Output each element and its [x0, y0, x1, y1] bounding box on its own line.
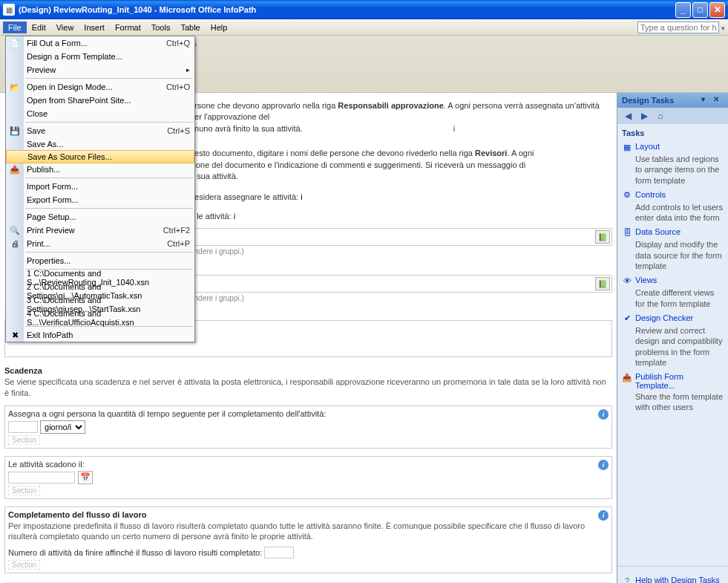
- menu-bar: File Edit View Insert Format Tools Table…: [0, 19, 728, 36]
- taskpane-close-icon[interactable]: ✕: [713, 95, 724, 105]
- publish-desc: Share the form template with other users: [635, 391, 724, 413]
- menu-tools[interactable]: Tools: [146, 22, 176, 33]
- design-checker-link[interactable]: ✔ Design Checker: [622, 313, 724, 324]
- info-icon: i: [598, 460, 609, 470]
- completion-heading: Completamento del flusso di lavoro: [8, 510, 609, 519]
- address-book-button[interactable]: 📗: [595, 277, 610, 290]
- layout-link[interactable]: ▦ Layout: [622, 142, 724, 152]
- menu-print-preview[interactable]: 🔍 Print PreviewCtrl+F2: [6, 224, 194, 237]
- info-icon: i: [598, 409, 609, 420]
- back-icon[interactable]: ◀: [622, 110, 634, 122]
- exit-icon: ✖: [9, 329, 21, 341]
- controls-link[interactable]: ⚙ Controls: [622, 190, 724, 201]
- address-book-button[interactable]: 📗: [595, 230, 610, 244]
- people-input-2[interactable]: [192, 279, 595, 288]
- menu-design-template[interactable]: Design a Form Template...: [6, 50, 194, 63]
- menu-properties[interactable]: Properties...: [6, 254, 194, 267]
- scadenza-desc: Se viene specificata una scadenza e nel …: [4, 377, 612, 398]
- taskpane-header: Design Tasks ▾ ✕: [617, 93, 728, 108]
- controls-icon: ⚙: [622, 190, 632, 201]
- datasource-link[interactable]: 🗄 Data Source: [622, 227, 724, 238]
- section-marker: Section: [8, 435, 40, 445]
- expire-date-input[interactable]: [8, 472, 75, 483]
- print-preview-icon: 🔍: [9, 224, 21, 236]
- datasource-desc: Display and modify the data source for t…: [635, 239, 724, 271]
- info-icon: i: [301, 192, 302, 201]
- views-desc: Create different views for the form temp…: [635, 287, 724, 309]
- form-icon: 📄: [9, 37, 21, 49]
- design-tasks-pane: Design Tasks ▾ ✕ ◀ ▶ ⌂ Tasks ▦ Layout Us…: [617, 93, 728, 583]
- time-section: i Assegna a ogni persona la quantità di …: [4, 406, 612, 449]
- help-link[interactable]: ? Help with Design Tasks: [622, 576, 724, 583]
- menu-save[interactable]: 💾 SaveCtrl+S: [6, 124, 194, 137]
- window-title: (Design) ReviewRouting_Init_1040 - Micro…: [19, 5, 675, 14]
- menu-open-sharepoint[interactable]: Open from SharePoint Site...: [6, 94, 194, 107]
- title-bar: ▦ (Design) ReviewRouting_Init_1040 - Mic…: [0, 0, 728, 19]
- app-icon: ▦: [3, 4, 15, 16]
- menu-close[interactable]: Close: [6, 107, 194, 120]
- file-menu: 📄 Fill Out a Form...Ctrl+Q Design a Form…: [5, 36, 195, 342]
- info-icon: i: [453, 123, 455, 134]
- menu-view[interactable]: View: [51, 22, 79, 33]
- help-search-dropdown-icon[interactable]: ▾: [721, 25, 725, 32]
- checker-desc: Review and correct design and compatibil…: [635, 325, 724, 368]
- menu-edit[interactable]: Edit: [27, 22, 51, 33]
- minimize-button[interactable]: _: [675, 2, 691, 18]
- publish-template-link[interactable]: 📤 Publish Form Template...: [622, 372, 724, 390]
- help-search-input[interactable]: [637, 22, 719, 33]
- menu-export-form[interactable]: Export Form...: [6, 193, 194, 206]
- section-marker: Section: [8, 486, 40, 495]
- scadenza-heading: Scadenza: [4, 366, 612, 375]
- menu-save-as-source[interactable]: Save As Source Files...: [6, 150, 194, 163]
- time-unit-select[interactable]: giorno/i: [40, 420, 85, 434]
- menu-preview[interactable]: Preview▸: [6, 63, 194, 76]
- menu-save-as[interactable]: Save As...: [6, 137, 194, 151]
- menu-fill-out-form[interactable]: 📄 Fill Out a Form...Ctrl+Q: [6, 36, 194, 50]
- menu-format[interactable]: Format: [110, 22, 146, 33]
- tasks-section-title: Tasks: [622, 128, 724, 137]
- taskpane-dropdown-icon[interactable]: ▾: [701, 95, 712, 105]
- activities-label: e le attività:: [190, 212, 232, 221]
- views-link[interactable]: 👁 Views: [622, 276, 724, 286]
- maximize-button[interactable]: □: [692, 2, 708, 18]
- calendar-icon[interactable]: 📅: [78, 471, 93, 484]
- hint-groups: endere i gruppi.): [190, 294, 612, 302]
- help-search: ▾: [637, 22, 725, 33]
- publish-icon: 📤: [622, 372, 632, 382]
- info-icon: i: [234, 212, 235, 221]
- completion-desc: Per impostazione predefinita il flusso d…: [8, 521, 609, 542]
- completion-section: i Completamento del flusso di lavoro Per…: [4, 507, 612, 573]
- menu-help[interactable]: Help: [206, 22, 233, 33]
- home-icon[interactable]: ⌂: [655, 110, 666, 122]
- menu-import-form[interactable]: Import Form...: [6, 180, 194, 193]
- menu-recent-4[interactable]: 4 C:\Documents and S...\VerificaUfficioA…: [6, 311, 194, 325]
- menu-print[interactable]: 🖨 Print...Ctrl+P: [6, 237, 194, 250]
- menu-insert[interactable]: Insert: [79, 22, 110, 33]
- num-activities-label: Numero di attività da finire affinché il…: [8, 548, 262, 557]
- hint-groups: endere i gruppi.): [190, 247, 612, 255]
- close-button[interactable]: ✕: [709, 2, 725, 18]
- menu-file[interactable]: File: [3, 22, 27, 33]
- save-icon: 💾: [9, 125, 21, 137]
- intro-text-blue: uesto documento, digitare i nomi delle p…: [190, 148, 612, 182]
- info-icon: i: [598, 510, 609, 521]
- menu-publish[interactable]: 📤 Publish...: [6, 163, 194, 176]
- layout-icon: ▦: [622, 142, 632, 152]
- expire-label: Le attività scadono il:: [8, 460, 609, 469]
- menu-exit[interactable]: ✖ Exit InfoPath: [6, 328, 194, 342]
- taskpane-toolbar: ◀ ▶ ⌂: [617, 108, 728, 124]
- assign-label: desidera assegnare le attività:: [190, 192, 298, 201]
- checker-icon: ✔: [622, 313, 632, 324]
- layout-desc: Use tables and regions to arrange items …: [635, 154, 724, 186]
- menu-page-setup[interactable]: Page Setup...: [6, 210, 194, 224]
- print-icon: 🖨: [9, 238, 21, 250]
- open-icon: 📂: [9, 81, 21, 93]
- intro-text: ersone che devono approvarlo nella riga …: [190, 100, 612, 134]
- menu-open-design-mode[interactable]: 📂 Open in Design Mode...Ctrl+O: [6, 80, 194, 94]
- num-activities-input[interactable]: [264, 547, 294, 558]
- time-amount-input[interactable]: [8, 421, 38, 433]
- people-input-1[interactable]: [192, 232, 595, 241]
- controls-desc: Add controls to let users enter data int…: [635, 202, 724, 224]
- menu-table[interactable]: Table: [175, 22, 205, 33]
- forward-icon[interactable]: ▶: [638, 110, 650, 122]
